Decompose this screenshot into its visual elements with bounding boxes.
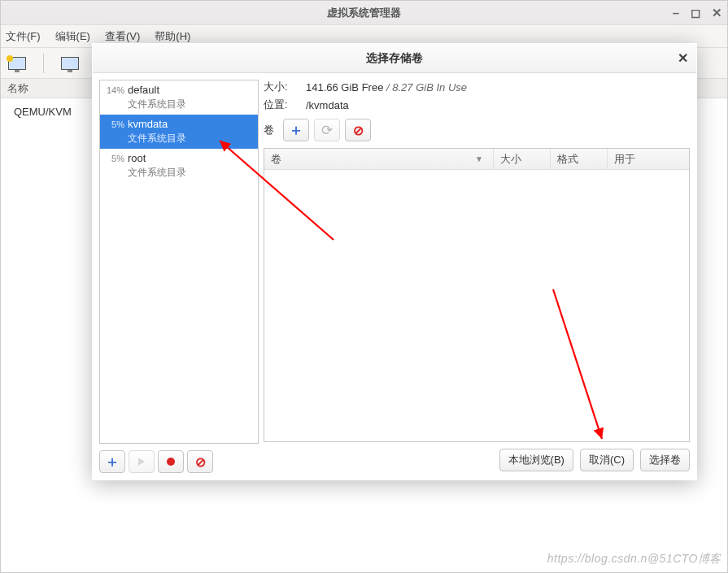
maximize-icon[interactable]: ◻ — [691, 1, 700, 25]
col-volume[interactable]: 卷 ▼ — [264, 149, 494, 169]
stop-pool-button[interactable] — [158, 450, 184, 473]
main-title: 虚拟系统管理器 — [327, 7, 401, 19]
choose-volume-button[interactable]: 选择卷 — [640, 449, 690, 471]
refresh-icon: ⟳ — [321, 122, 333, 139]
menu-edit[interactable]: 编辑(E) — [55, 25, 90, 47]
watermark: https://blog.csdn.n@51CTO博客 — [547, 552, 721, 566]
path-label: 位置: — [264, 98, 296, 112]
delete-icon: ⊘ — [353, 123, 364, 138]
add-volume-button[interactable]: ＋ — [283, 119, 309, 141]
sort-desc-icon: ▼ — [475, 154, 483, 163]
tree-header-label: 名称 — [7, 82, 28, 94]
close-icon[interactable]: ✕ — [712, 1, 722, 25]
start-pool-button[interactable] — [129, 450, 155, 473]
delete-volume-button[interactable]: ⊘ — [345, 119, 371, 141]
col-format[interactable]: 格式 — [551, 149, 608, 169]
dialog-titlebar: 选择存储卷 ✕ — [93, 44, 696, 73]
pool-sub: 文件系统目录 — [128, 132, 253, 145]
pool-pct: 5% — [103, 118, 128, 129]
size-row: 大小: 141.66 GiB Free / 8.27 GiB In Use — [264, 80, 690, 94]
pool-sub: 文件系统目录 — [128, 98, 253, 111]
dialog-footer: 本地浏览(B) 取消(C) 选择卷 — [264, 445, 690, 473]
stop-icon — [167, 458, 175, 466]
main-titlebar: 虚拟系统管理器 – ◻ ✕ — [1, 1, 727, 25]
pool-name: kvmdata — [128, 118, 253, 130]
pool-item-root[interactable]: 5% root 文件系统目录 — [100, 149, 258, 183]
path-row: 位置: /kvmdata — [264, 98, 690, 112]
minimize-icon[interactable]: – — [673, 1, 679, 25]
pool-item-default[interactable]: 14% default 文件系统目录 — [100, 80, 258, 115]
delete-icon: ⊘ — [195, 454, 206, 470]
volume-toolbar: 卷 ＋ ⟳ ⊘ — [264, 119, 690, 141]
size-label: 大小: — [264, 80, 296, 94]
pool-sub: 文件系统目录 — [128, 166, 253, 180]
play-icon — [138, 458, 145, 466]
pool-item-kvmdata[interactable]: 5% kvmdata 文件系统目录 — [100, 115, 258, 149]
dialog-title: 选择存储卷 — [93, 51, 696, 66]
browse-local-button[interactable]: 本地浏览(B) — [499, 449, 573, 471]
pool-pct: 14% — [103, 84, 128, 95]
volume-label: 卷 — [264, 123, 278, 137]
new-vm-icon[interactable] — [6, 54, 28, 73]
plus-icon: ＋ — [289, 120, 303, 140]
plus-icon: ＋ — [105, 452, 120, 471]
pool-column: 14% default 文件系统目录 5% kvmdata 文件系统目录 5% — [99, 80, 259, 473]
volume-table-header: 卷 ▼ 大小 格式 用于 — [264, 149, 689, 170]
delete-pool-button[interactable]: ⊘ — [187, 450, 213, 473]
detail-column: 大小: 141.66 GiB Free / 8.27 GiB In Use 位置… — [264, 80, 690, 473]
pool-list: 14% default 文件系统目录 5% kvmdata 文件系统目录 5% — [99, 80, 259, 444]
add-pool-button[interactable]: ＋ — [99, 450, 125, 473]
pool-buttons: ＋ ⊘ — [99, 450, 259, 473]
dialog-close-icon[interactable]: ✕ — [678, 50, 688, 66]
pool-name: default — [128, 84, 253, 96]
pool-pct: 5% — [103, 152, 128, 163]
path-value: /kvmdata — [306, 99, 349, 111]
size-used: 8.27 GiB In Use — [392, 81, 467, 93]
col-volume-label: 卷 — [271, 152, 281, 167]
pool-name: root — [128, 152, 253, 164]
cancel-button[interactable]: 取消(C) — [580, 449, 634, 471]
refresh-volume-button[interactable]: ⟳ — [314, 119, 340, 141]
size-sep: / — [386, 81, 390, 93]
menu-file[interactable]: 文件(F) — [6, 25, 41, 47]
col-size[interactable]: 大小 — [494, 149, 551, 169]
storage-volume-dialog: 选择存储卷 ✕ 14% default 文件系统目录 5% kvmdata 文件… — [92, 43, 697, 480]
open-vm-icon[interactable] — [59, 54, 81, 73]
size-free: 141.66 GiB Free — [306, 81, 383, 93]
col-usedfor[interactable]: 用于 — [608, 149, 689, 169]
volume-table: 卷 ▼ 大小 格式 用于 — [264, 148, 690, 442]
